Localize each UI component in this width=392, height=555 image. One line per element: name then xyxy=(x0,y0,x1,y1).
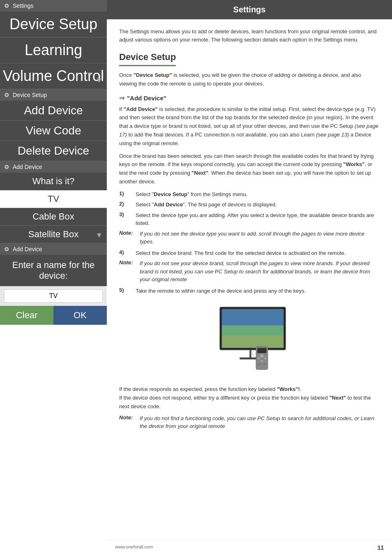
svg-rect-3 xyxy=(222,326,284,335)
sidebar-header-add-device: ⚙ Add Device xyxy=(0,161,107,173)
body-text-1: If "Add Device" is selected, the procedu… xyxy=(119,105,380,148)
step-5-text: Take the remote to within range of the d… xyxy=(136,287,306,295)
sidebar-item-add-device[interactable]: Add Device xyxy=(0,101,107,121)
svg-rect-13 xyxy=(258,364,261,365)
footer-text: If the device responds as expected, pres… xyxy=(119,385,380,411)
footer-text-2: If the device does not respond, either t… xyxy=(119,394,380,411)
sidebar-section-name-entry: ⚙ Add Device Enter a name for the device… xyxy=(0,243,107,325)
sidebar-item-view-code[interactable]: View Code xyxy=(0,121,107,141)
step-5-num: 5) xyxy=(119,287,131,293)
footer-url: www.oneforall.com xyxy=(115,544,153,551)
sidebar-action-buttons: Clear OK xyxy=(0,306,107,325)
sidebar-header-name-entry-label: Add Device xyxy=(13,246,42,252)
sidebar-item-volume-control[interactable]: Volume Control ▼ xyxy=(0,63,107,89)
svg-point-12 xyxy=(261,360,263,362)
note-1-label: Note: xyxy=(119,230,136,236)
svg-rect-8 xyxy=(257,348,266,353)
sidebar-item-device-setup[interactable]: Device Setup xyxy=(0,12,107,37)
body-text-2: Once the brand has been selected, you ca… xyxy=(119,152,380,186)
sidebar-item-what-is-it[interactable]: What is it? xyxy=(0,173,107,190)
step-3-text: Select the device type you are adding. A… xyxy=(136,211,380,227)
gear-icon-4: ⚙ xyxy=(4,246,9,252)
gear-icon: ⚙ xyxy=(4,2,9,9)
sidebar-header-settings: ⚙ Settings xyxy=(0,0,107,12)
step-1-text: Select "Device Setup" from the Settings … xyxy=(136,190,247,199)
svg-point-9 xyxy=(260,354,263,358)
gear-icon-3: ⚙ xyxy=(4,164,9,170)
device-image-container xyxy=(119,303,380,377)
step-3-num: 3) xyxy=(119,211,131,217)
sidebar-item-learning[interactable]: Learning xyxy=(0,37,107,63)
sidebar-header-add-device-label: Add Device xyxy=(13,164,42,170)
step-4-num: 4) xyxy=(119,249,131,255)
footer-note: Note: If you do not find a functioning c… xyxy=(119,414,380,430)
sidebar-item-satellite-box[interactable]: Satellite Box ▼ xyxy=(0,226,107,243)
subsection-label: "Add Device" xyxy=(127,95,166,102)
sidebar-header-settings-label: Settings xyxy=(13,2,34,9)
volume-control-arrow-icon: ▼ xyxy=(95,76,103,85)
step-3: 3) Select the device type you are adding… xyxy=(119,211,380,227)
arrow-right-icon: ⇒ xyxy=(119,94,125,102)
page-title-bar: Settings xyxy=(107,0,392,19)
step-1: 1) Select "Device Setup" from the Settin… xyxy=(119,190,380,199)
note-1-text: If you do not see the device type you wa… xyxy=(140,230,380,246)
sidebar-header-device-setup: ⚙ Device Setup xyxy=(0,89,107,101)
device-name-input[interactable] xyxy=(4,289,103,303)
sidebar-item-cable-box[interactable]: Cable Box xyxy=(0,208,107,226)
sidebar-item-tv[interactable]: TV xyxy=(0,190,107,208)
satellite-box-arrow-icon: ▼ xyxy=(95,231,103,240)
page-title: Settings xyxy=(233,5,266,14)
note-1: Note: If you do not see the device type … xyxy=(119,230,380,246)
footer-note-text: If you do not find a functioning code, y… xyxy=(140,414,380,430)
page-footer: www.oneforall.com 11 xyxy=(107,540,392,555)
step-1-num: 1) xyxy=(119,190,131,197)
name-prompt: Enter a name for the device: xyxy=(0,255,107,286)
device-image-svg xyxy=(200,303,299,377)
step-5: 5) Take the remote to within range of th… xyxy=(119,287,380,295)
section-title: Device Setup xyxy=(119,52,176,66)
sidebar-header-name-entry: ⚙ Add Device xyxy=(0,243,107,255)
sidebar: ⚙ Settings Device Setup Learning Volume … xyxy=(0,0,107,555)
intro-text: The Settings menu allows you to add or d… xyxy=(119,28,380,44)
steps-list: 1) Select "Device Setup" from the Settin… xyxy=(119,190,380,295)
svg-rect-4 xyxy=(222,335,284,348)
sidebar-section-add-device: ⚙ Add Device What is it? TV Cable Box Sa… xyxy=(0,161,107,243)
main-content: Settings The Settings menu allows you to… xyxy=(107,0,392,555)
note-2-text: If you do not see your device brand, scr… xyxy=(140,259,380,284)
footer-page-num: 11 xyxy=(377,544,384,551)
subsection-title-add: ⇒ "Add Device" xyxy=(119,94,380,102)
step-2-text: Select "Add Device". The first page of d… xyxy=(136,201,277,209)
step-2-num: 2) xyxy=(119,201,131,207)
gear-icon-2: ⚙ xyxy=(4,92,9,98)
svg-rect-14 xyxy=(263,364,266,365)
note-2-label: Note: xyxy=(119,259,136,266)
content-body: The Settings menu allows you to add or d… xyxy=(107,19,392,540)
footer-note-label: Note: xyxy=(119,414,136,421)
step-4-text: Select the device brand. The first code … xyxy=(136,249,346,257)
note-2: Note: If you do not see your device bran… xyxy=(119,259,380,284)
ok-button[interactable]: OK xyxy=(53,306,107,325)
step-2: 2) Select "Add Device". The first page o… xyxy=(119,201,380,209)
sidebar-header-device-setup-label: Device Setup xyxy=(13,92,47,98)
svg-point-10 xyxy=(258,358,260,360)
sidebar-section-settings: ⚙ Settings Device Setup Learning Volume … xyxy=(0,0,107,89)
sidebar-section-device-setup: ⚙ Device Setup Add Device View Code Dele… xyxy=(0,89,107,161)
clear-button[interactable]: Clear xyxy=(0,306,53,325)
name-input-container xyxy=(0,286,107,306)
step-4: 4) Select the device brand. The first co… xyxy=(119,249,380,257)
svg-rect-2 xyxy=(222,309,284,326)
footer-text-1: If the device responds as expected, pres… xyxy=(119,385,380,394)
sidebar-item-delete-device[interactable]: Delete Device xyxy=(0,141,107,161)
section-intro: Once "Device Setup" is selected, you wil… xyxy=(119,71,380,88)
svg-point-11 xyxy=(264,358,266,360)
